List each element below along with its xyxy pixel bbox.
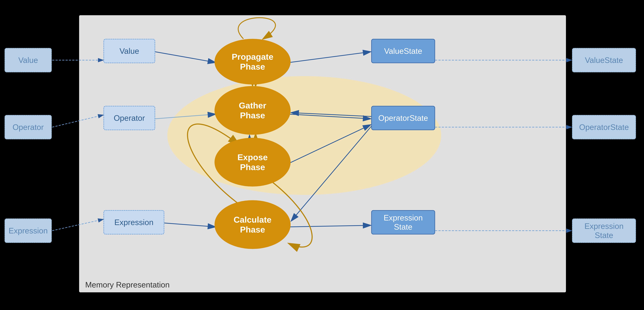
svg-line-9 [290, 225, 370, 227]
operator-state-box: OperatorState [371, 106, 435, 130]
yellow-ellipse [167, 76, 441, 195]
svg-line-6 [290, 52, 370, 63]
calculate-phase: Calculate Phase [214, 200, 290, 249]
expression-memory-box: Expression [104, 210, 164, 234]
expose-phase: Expose Phase [214, 138, 290, 186]
svg-line-3 [155, 52, 215, 63]
valuestate-outer-right: ValueState [572, 48, 636, 72]
operatorstate-outer-right: OperatorState [572, 115, 636, 139]
value-state-box: ValueState [371, 39, 435, 63]
main-container: Memory Representation [79, 15, 566, 292]
gather-phase: Gather Phase [214, 86, 290, 135]
expressionstate-outer-right: Expression State [572, 218, 636, 243]
operator-memory-box: Operator [104, 106, 155, 130]
operator-outer-left: Operator [4, 115, 52, 139]
value-memory-box: Value [104, 39, 155, 63]
expression-outer-left: Expression [4, 218, 52, 243]
propagate-phase: Propagate Phase [214, 39, 290, 85]
value-outer-left: Value [4, 48, 52, 72]
memory-label: Memory Representation [85, 280, 170, 289]
expression-state-box: Expression State [371, 210, 435, 234]
